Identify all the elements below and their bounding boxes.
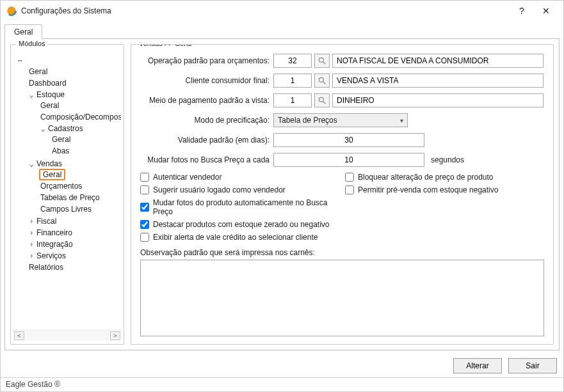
operacao-code-input[interactable] xyxy=(273,54,312,68)
expander-financeiro[interactable]: › xyxy=(28,228,35,238)
tree-integracao[interactable]: Integração xyxy=(35,240,74,249)
tree-cad-abas[interactable]: Abas xyxy=(51,146,70,155)
tree-vendas-orcamentos[interactable]: Orçamentos xyxy=(39,182,83,191)
mudar-fotos-input[interactable] xyxy=(273,153,424,167)
chk-alerta-vale[interactable]: Exibir alerta de vale crédito ao selecio… xyxy=(140,233,345,242)
chk-mudar-fotos-auto[interactable]: Mudar fotos do produto automaticamente n… xyxy=(140,198,345,216)
chk-sugerir[interactable]: Sugerir usuário logado como vendedor xyxy=(140,185,345,194)
status-text: Eagle Gestão ® xyxy=(6,380,60,389)
expander-fiscal[interactable]: › xyxy=(28,216,35,226)
svg-line-5 xyxy=(323,82,326,84)
modules-panel: Módulos ⋯ Geral Dashboard ⌄Estoque Geral… xyxy=(10,44,124,345)
meio-code-input[interactable] xyxy=(273,93,312,107)
tree-vendas-geral[interactable]: Geral xyxy=(39,169,65,180)
statusbar: Eagle Gestão ® xyxy=(1,377,563,391)
tree-estoque-cadastros[interactable]: Cadastros xyxy=(47,124,85,133)
tree-vendas-campos[interactable]: Campos Livres xyxy=(39,205,93,214)
tree-vendas[interactable]: Vendas xyxy=(35,159,63,168)
cliente-desc-input[interactable] xyxy=(332,74,544,88)
operacao-lookup-button[interactable] xyxy=(314,54,330,68)
label-observacao: Observação padrão que será impressa nos … xyxy=(140,248,544,257)
config-window: Configurações do Sistema ? ✕ Geral Módul… xyxy=(0,0,564,392)
sair-button[interactable]: Sair xyxy=(508,358,557,373)
close-button[interactable]: ✕ xyxy=(534,6,558,16)
expander-cadastros[interactable]: ⌄ xyxy=(39,123,47,134)
tree-servicos[interactable]: Serviços xyxy=(35,251,67,260)
tab-geral[interactable]: Geral xyxy=(4,24,42,39)
button-bar: Alterar Sair xyxy=(1,354,563,377)
expander-estoque[interactable]: ⌄ xyxy=(28,90,35,100)
tree-estoque-composicao[interactable]: Composição/Decompos xyxy=(39,113,121,122)
label-modo: Modo de precificação: xyxy=(140,116,273,125)
main-panel: Módulos ⋯ Geral Dashboard ⌄Estoque Geral… xyxy=(4,38,560,350)
titlebar: Configurações do Sistema ? ✕ xyxy=(1,1,563,21)
tabstrip: Geral xyxy=(4,24,560,38)
tree-dashboard[interactable]: Dashboard xyxy=(28,79,68,88)
tree-financeiro[interactable]: Financeiro xyxy=(35,228,74,237)
validade-input[interactable] xyxy=(273,133,424,147)
label-cliente: Cliente consumidor final: xyxy=(140,76,273,85)
search-icon xyxy=(318,96,326,105)
alterar-button[interactable]: Alterar xyxy=(453,358,502,373)
cliente-lookup-button[interactable] xyxy=(314,74,330,88)
svg-line-7 xyxy=(323,102,326,104)
label-mudar-fotos: Mudar fotos no Busca Preço a cada xyxy=(140,155,273,164)
help-button[interactable]: ? xyxy=(510,6,534,16)
meio-lookup-button[interactable] xyxy=(314,93,330,107)
search-icon xyxy=(318,76,326,85)
tree-fiscal[interactable]: Fiscal xyxy=(35,217,58,226)
operacao-desc-input[interactable] xyxy=(332,54,544,68)
window-title: Configurações do Sistema xyxy=(21,6,510,15)
chk-bloquear-preco[interactable]: Bloquear alteração de preço de produto xyxy=(345,173,498,182)
chevron-down-icon: ▾ xyxy=(400,117,403,124)
modo-combo[interactable]: Tabela de Preços ▾ xyxy=(273,113,408,127)
chk-destacar[interactable]: Destacar produtos com estoque zerado ou … xyxy=(140,220,345,229)
tree-vendas-tabelas[interactable]: Tabelas de Preço xyxy=(39,193,101,202)
svg-line-3 xyxy=(323,62,326,65)
tree-estoque[interactable]: Estoque xyxy=(35,90,66,99)
suffix-segundos: segundos xyxy=(431,155,464,164)
expander-servicos[interactable]: › xyxy=(28,251,35,261)
expander-integracao[interactable]: › xyxy=(28,239,35,249)
svg-point-4 xyxy=(319,77,323,82)
search-icon xyxy=(318,56,326,65)
modules-tree[interactable]: ⋯ Geral Dashboard ⌄Estoque Geral Composi… xyxy=(13,52,121,330)
label-validade: Validade padrão (em dias): xyxy=(140,136,273,145)
details-panel: Vendas >> Geral Operação padrão para orç… xyxy=(131,44,554,345)
label-meio: Meio de pagamento padrão a vista: xyxy=(140,96,273,105)
chk-prevenda-neg[interactable]: Permitir pré-venda com estoque negativo xyxy=(345,185,498,194)
tree-estoque-geral[interactable]: Geral xyxy=(39,101,60,110)
scroll-left-icon[interactable]: < xyxy=(14,331,24,340)
cliente-code-input[interactable] xyxy=(273,74,312,88)
app-icon xyxy=(6,5,17,17)
expander-vendas[interactable]: ⌄ xyxy=(28,159,35,169)
label-operacao: Operação padrão para orçamentos: xyxy=(140,56,273,65)
tree-dots: ⋯ xyxy=(16,56,24,66)
modo-value: Tabela de Preços xyxy=(278,116,337,125)
scroll-track[interactable] xyxy=(25,331,109,340)
meio-desc-input[interactable] xyxy=(332,93,544,107)
tree-cad-geral[interactable]: Geral xyxy=(51,135,72,144)
details-legend: Vendas >> Geral xyxy=(136,44,195,47)
observacao-textarea[interactable] xyxy=(140,260,544,336)
tree-geral[interactable]: Geral xyxy=(28,67,49,76)
scroll-right-icon[interactable]: > xyxy=(110,331,120,340)
svg-point-2 xyxy=(319,58,323,62)
tree-scrollbar[interactable]: < > xyxy=(13,330,121,340)
svg-point-6 xyxy=(319,97,323,102)
chk-autenticar[interactable]: Autenticar vendedor xyxy=(140,173,345,182)
modules-legend: Módulos xyxy=(16,40,48,47)
tree-relatorios[interactable]: Relatórios xyxy=(28,263,65,272)
